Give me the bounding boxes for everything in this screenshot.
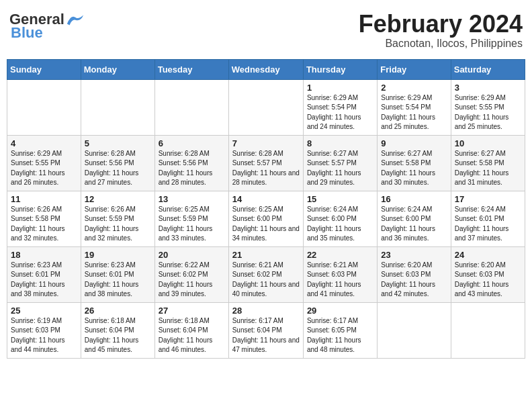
calendar-week-row: 4Sunrise: 6:29 AM Sunset: 5:55 PM Daylig… bbox=[7, 135, 525, 191]
day-number: 26 bbox=[85, 306, 151, 316]
logo: General Blue bbox=[9, 11, 85, 42]
calendar-day-cell: 9Sunrise: 6:27 AM Sunset: 5:58 PM Daylig… bbox=[378, 135, 451, 191]
calendar-day-cell bbox=[154, 79, 228, 135]
day-number: 21 bbox=[232, 250, 300, 260]
calendar-day-cell bbox=[228, 79, 303, 135]
day-number: 12 bbox=[85, 194, 151, 204]
day-info: Sunrise: 6:20 AM Sunset: 6:03 PM Dayligh… bbox=[455, 261, 521, 300]
day-number: 27 bbox=[159, 306, 225, 316]
day-number: 8 bbox=[307, 138, 373, 148]
day-number: 4 bbox=[11, 138, 77, 148]
day-number: 2 bbox=[381, 83, 447, 93]
calendar-day-cell bbox=[81, 79, 154, 135]
calendar-day-cell: 17Sunrise: 6:24 AM Sunset: 6:01 PM Dayli… bbox=[451, 191, 525, 246]
day-number: 3 bbox=[455, 83, 521, 93]
calendar-day-cell bbox=[378, 302, 451, 358]
calendar-day-cell bbox=[7, 79, 81, 135]
calendar-table: SundayMondayTuesdayWednesdayThursdayFrid… bbox=[7, 59, 525, 359]
calendar-header-row: SundayMondayTuesdayWednesdayThursdayFrid… bbox=[7, 59, 525, 79]
day-info: Sunrise: 6:21 AM Sunset: 6:03 PM Dayligh… bbox=[307, 261, 373, 300]
day-number: 6 bbox=[159, 138, 225, 148]
day-info: Sunrise: 6:27 AM Sunset: 5:58 PM Dayligh… bbox=[455, 149, 521, 188]
calendar-day-cell: 18Sunrise: 6:23 AM Sunset: 6:01 PM Dayli… bbox=[7, 246, 81, 302]
day-info: Sunrise: 6:26 AM Sunset: 5:59 PM Dayligh… bbox=[85, 205, 151, 244]
day-info: Sunrise: 6:25 AM Sunset: 6:00 PM Dayligh… bbox=[232, 205, 300, 244]
day-info: Sunrise: 6:21 AM Sunset: 6:02 PM Dayligh… bbox=[232, 261, 300, 300]
day-info: Sunrise: 6:25 AM Sunset: 5:59 PM Dayligh… bbox=[159, 205, 225, 244]
calendar-day-cell: 12Sunrise: 6:26 AM Sunset: 5:59 PM Dayli… bbox=[81, 191, 154, 246]
day-header-sunday: Sunday bbox=[7, 59, 81, 79]
calendar-day-cell: 3Sunrise: 6:29 AM Sunset: 5:55 PM Daylig… bbox=[451, 79, 525, 135]
calendar-day-cell bbox=[451, 302, 525, 358]
calendar-day-cell: 19Sunrise: 6:23 AM Sunset: 6:01 PM Dayli… bbox=[81, 246, 154, 302]
calendar-day-cell: 15Sunrise: 6:24 AM Sunset: 6:00 PM Dayli… bbox=[303, 191, 377, 246]
calendar-day-cell: 26Sunrise: 6:18 AM Sunset: 6:04 PM Dayli… bbox=[81, 302, 154, 358]
day-number: 16 bbox=[381, 194, 447, 204]
day-info: Sunrise: 6:22 AM Sunset: 6:02 PM Dayligh… bbox=[159, 261, 225, 300]
calendar-week-row: 25Sunrise: 6:19 AM Sunset: 6:03 PM Dayli… bbox=[7, 302, 525, 358]
day-info: Sunrise: 6:18 AM Sunset: 6:04 PM Dayligh… bbox=[85, 316, 151, 355]
calendar-week-row: 11Sunrise: 6:26 AM Sunset: 5:58 PM Dayli… bbox=[7, 191, 525, 246]
calendar-day-cell: 6Sunrise: 6:28 AM Sunset: 5:56 PM Daylig… bbox=[154, 135, 228, 191]
calendar-day-cell: 25Sunrise: 6:19 AM Sunset: 6:03 PM Dayli… bbox=[7, 302, 81, 358]
day-info: Sunrise: 6:28 AM Sunset: 5:56 PM Dayligh… bbox=[159, 149, 225, 188]
day-header-monday: Monday bbox=[81, 59, 154, 79]
calendar-day-cell: 20Sunrise: 6:22 AM Sunset: 6:02 PM Dayli… bbox=[154, 246, 228, 302]
day-header-saturday: Saturday bbox=[451, 59, 525, 79]
month-title: February 2024 bbox=[359, 11, 523, 38]
logo-bird-icon bbox=[66, 12, 85, 27]
day-info: Sunrise: 6:28 AM Sunset: 5:57 PM Dayligh… bbox=[232, 149, 300, 188]
day-info: Sunrise: 6:26 AM Sunset: 5:58 PM Dayligh… bbox=[11, 205, 77, 244]
title-block: February 2024 Bacnotan, Ilocos, Philippi… bbox=[359, 11, 523, 50]
calendar-day-cell: 28Sunrise: 6:17 AM Sunset: 6:04 PM Dayli… bbox=[228, 302, 303, 358]
calendar-week-row: 1Sunrise: 6:29 AM Sunset: 5:54 PM Daylig… bbox=[7, 79, 525, 135]
calendar-day-cell: 11Sunrise: 6:26 AM Sunset: 5:58 PM Dayli… bbox=[7, 191, 81, 246]
day-header-wednesday: Wednesday bbox=[228, 59, 303, 79]
day-number: 19 bbox=[85, 250, 151, 260]
day-number: 7 bbox=[232, 138, 300, 148]
calendar-day-cell: 14Sunrise: 6:25 AM Sunset: 6:00 PM Dayli… bbox=[228, 191, 303, 246]
day-info: Sunrise: 6:23 AM Sunset: 6:01 PM Dayligh… bbox=[85, 261, 151, 300]
calendar-day-cell: 29Sunrise: 6:17 AM Sunset: 6:05 PM Dayli… bbox=[303, 302, 377, 358]
calendar-day-cell: 10Sunrise: 6:27 AM Sunset: 5:58 PM Dayli… bbox=[451, 135, 525, 191]
day-number: 22 bbox=[307, 250, 373, 260]
day-info: Sunrise: 6:29 AM Sunset: 5:55 PM Dayligh… bbox=[455, 93, 521, 132]
calendar-day-cell: 23Sunrise: 6:20 AM Sunset: 6:03 PM Dayli… bbox=[378, 246, 451, 302]
day-info: Sunrise: 6:29 AM Sunset: 5:55 PM Dayligh… bbox=[11, 149, 77, 188]
logo-blue-text: Blue bbox=[11, 24, 43, 42]
calendar-day-cell: 8Sunrise: 6:27 AM Sunset: 5:57 PM Daylig… bbox=[303, 135, 377, 191]
day-info: Sunrise: 6:28 AM Sunset: 5:56 PM Dayligh… bbox=[85, 149, 151, 188]
day-number: 9 bbox=[381, 138, 447, 148]
day-number: 10 bbox=[455, 138, 521, 148]
day-info: Sunrise: 6:29 AM Sunset: 5:54 PM Dayligh… bbox=[381, 93, 447, 132]
day-info: Sunrise: 6:24 AM Sunset: 6:01 PM Dayligh… bbox=[455, 205, 521, 244]
day-info: Sunrise: 6:24 AM Sunset: 6:00 PM Dayligh… bbox=[381, 205, 447, 244]
calendar-day-cell: 7Sunrise: 6:28 AM Sunset: 5:57 PM Daylig… bbox=[228, 135, 303, 191]
day-number: 23 bbox=[381, 250, 447, 260]
day-info: Sunrise: 6:18 AM Sunset: 6:04 PM Dayligh… bbox=[159, 316, 225, 355]
day-number: 18 bbox=[11, 250, 77, 260]
day-info: Sunrise: 6:20 AM Sunset: 6:03 PM Dayligh… bbox=[381, 261, 447, 300]
day-number: 28 bbox=[232, 306, 300, 316]
calendar-day-cell: 13Sunrise: 6:25 AM Sunset: 5:59 PM Dayli… bbox=[154, 191, 228, 246]
day-number: 29 bbox=[307, 306, 373, 316]
calendar-day-cell: 16Sunrise: 6:24 AM Sunset: 6:00 PM Dayli… bbox=[378, 191, 451, 246]
day-info: Sunrise: 6:29 AM Sunset: 5:54 PM Dayligh… bbox=[307, 93, 373, 132]
day-info: Sunrise: 6:27 AM Sunset: 5:58 PM Dayligh… bbox=[381, 149, 447, 188]
day-info: Sunrise: 6:23 AM Sunset: 6:01 PM Dayligh… bbox=[11, 261, 77, 300]
calendar-day-cell: 24Sunrise: 6:20 AM Sunset: 6:03 PM Dayli… bbox=[451, 246, 525, 302]
day-header-friday: Friday bbox=[378, 59, 451, 79]
calendar-day-cell: 4Sunrise: 6:29 AM Sunset: 5:55 PM Daylig… bbox=[7, 135, 81, 191]
calendar-day-cell: 5Sunrise: 6:28 AM Sunset: 5:56 PM Daylig… bbox=[81, 135, 154, 191]
calendar-week-row: 18Sunrise: 6:23 AM Sunset: 6:01 PM Dayli… bbox=[7, 246, 525, 302]
day-number: 25 bbox=[11, 306, 77, 316]
calendar-day-cell: 22Sunrise: 6:21 AM Sunset: 6:03 PM Dayli… bbox=[303, 246, 377, 302]
day-number: 14 bbox=[232, 194, 300, 204]
day-number: 1 bbox=[307, 83, 373, 93]
calendar-day-cell: 21Sunrise: 6:21 AM Sunset: 6:02 PM Dayli… bbox=[228, 246, 303, 302]
day-info: Sunrise: 6:17 AM Sunset: 6:05 PM Dayligh… bbox=[307, 316, 373, 355]
day-info: Sunrise: 6:27 AM Sunset: 5:57 PM Dayligh… bbox=[307, 149, 373, 188]
location-title: Bacnotan, Ilocos, Philippines bbox=[359, 38, 523, 50]
day-info: Sunrise: 6:17 AM Sunset: 6:04 PM Dayligh… bbox=[232, 316, 300, 355]
day-number: 11 bbox=[11, 194, 77, 204]
